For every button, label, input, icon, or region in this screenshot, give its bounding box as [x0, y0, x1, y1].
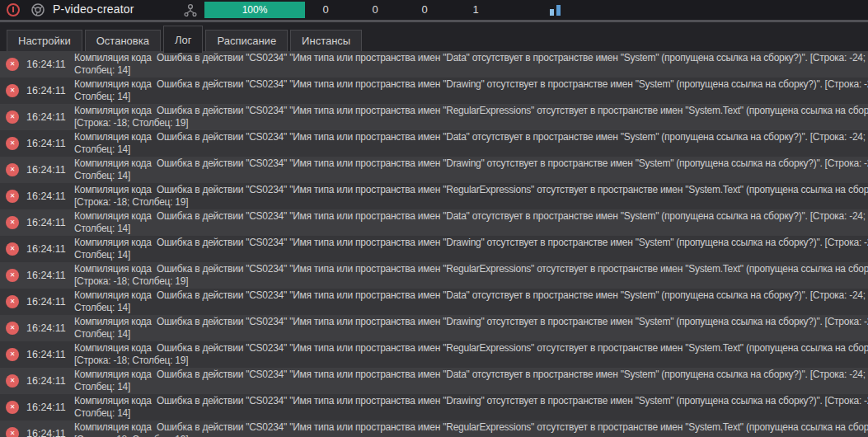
log-row[interactable]: ✕ 16:24:11 Компиляция кода Ошибка в дейс…: [0, 421, 868, 437]
log-timestamp: 16:24:11: [26, 270, 70, 281]
log-row[interactable]: ✕ 16:24:11 Компиляция кода Ошибка в дейс…: [0, 368, 868, 394]
log-message: Компиляция кода Ошибка в действии "CS023…: [74, 315, 868, 341]
log-message-line2: Столбец: 14]: [74, 249, 868, 261]
log-message: Компиляция кода Ошибка в действии "CS023…: [74, 209, 868, 235]
log-message: Компиляция кода Ошибка в действии "CS023…: [74, 51, 868, 77]
error-icon: ✕: [6, 216, 19, 229]
counter-3: 1: [467, 3, 484, 16]
log-timestamp: 16:24:11: [26, 111, 70, 123]
log-message-line1: Компиляция кода Ошибка в действии "CS023…: [74, 369, 868, 381]
log-row[interactable]: ✕ 16:24:11 Компиляция кода Ошибка в дейс…: [0, 51, 868, 78]
log-message-line2: [Строка: -18; Столбец: 19]: [74, 275, 868, 288]
log-timestamp: 16:24:11: [26, 322, 70, 334]
tab[interactable]: Настройки: [7, 30, 82, 51]
log-row[interactable]: ✕ 16:24:11 Компиляция кода Ошибка в дейс…: [0, 236, 868, 262]
log-message-line1: Компиляция кода Ошибка в действии "CS023…: [74, 289, 868, 302]
log-row[interactable]: ✕ 16:24:11 Компиляция кода Ошибка в дейс…: [0, 130, 868, 157]
tab-label: Расписание: [217, 35, 276, 47]
log-timestamp: 16:24:11: [26, 217, 70, 228]
log-message: Компиляция кода Ошибка в действии "CS023…: [74, 341, 868, 367]
log-message-line2: Столбец: 14]: [74, 302, 868, 314]
log-message-line2: Столбец: 14]: [74, 407, 868, 420]
log-message: Компиляция кода Ошибка в действии "CS023…: [74, 78, 868, 103]
tab[interactable]: Остановка: [85, 30, 161, 51]
log-list[interactable]: ✕ 16:24:11 Компиляция кода Ошибка в дейс…: [0, 51, 868, 437]
log-message-line1: Компиляция кода Ошибка в действии "CS023…: [74, 210, 868, 223]
log-message-line2: [Строка: -18; Столбец: 19]: [74, 196, 868, 209]
log-message-line1: Компиляция кода Ошибка в действии "CS023…: [74, 52, 868, 64]
log-timestamp: 16:24:11: [26, 428, 70, 437]
log-message-line2: Столбец: 14]: [74, 170, 868, 182]
log-timestamp: 16:24:11: [26, 375, 70, 387]
tab-label: Остановка: [96, 35, 149, 47]
error-icon: ✕: [6, 110, 19, 124]
log-timestamp: 16:24:11: [26, 296, 70, 308]
counter-2: 0: [416, 3, 433, 16]
log-row[interactable]: ✕ 16:24:11 Компиляция кода Ошибка в дейс…: [0, 394, 868, 421]
log-timestamp: 16:24:11: [26, 349, 70, 360]
tab-label: Инстансы: [302, 35, 350, 47]
log-message-line1: Компиляция кода Ошибка в действии "CS023…: [74, 263, 868, 275]
tab[interactable]: Лог: [163, 26, 204, 53]
log-message: Компиляция кода Ошибка в действии "CS023…: [74, 368, 868, 393]
log-message-line2: Столбец: 14]: [74, 64, 868, 77]
chromium-icon[interactable]: [31, 3, 45, 16]
error-icon: ✕: [6, 322, 19, 335]
log-message-line1: Компиляция кода Ошибка в действии "CS023…: [74, 395, 868, 407]
tab-bar: Настройки Остановка Лог Расписание Инста…: [0, 22, 868, 51]
error-status-icon[interactable]: [7, 3, 20, 16]
log-timestamp: 16:24:11: [26, 138, 70, 149]
error-icon: ✕: [6, 84, 19, 97]
log-timestamp: 16:24:11: [26, 402, 70, 413]
error-icon: ✕: [6, 190, 19, 203]
log-timestamp: 16:24:11: [26, 164, 70, 176]
log-message-line1: Компиляция кода Ошибка в действии "CS023…: [74, 105, 868, 117]
error-icon: ✕: [6, 295, 19, 308]
log-message: Компиляция кода Ошибка в действии "CS023…: [74, 421, 868, 437]
log-message-line2: Столбец: 14]: [74, 223, 868, 235]
log-message-line1: Компиляция кода Ошибка в действии "CS023…: [74, 342, 868, 355]
log-message-line2: [Строка: -18; Столбец: 19]: [74, 434, 868, 437]
progress-bar: 100%: [204, 2, 305, 18]
log-message-line1: Компиляция кода Ошибка в действии "CS023…: [74, 157, 868, 170]
proxy-network-icon[interactable]: [183, 3, 198, 17]
log-timestamp: 16:24:11: [26, 190, 70, 202]
log-message-line2: Столбец: 14]: [74, 143, 868, 156]
log-row[interactable]: ✕ 16:24:11 Компиляция кода Ошибка в дейс…: [0, 315, 868, 341]
log-message: Компиляция кода Ошибка в действии "CS023…: [74, 157, 868, 182]
log-row[interactable]: ✕ 16:24:11 Компиляция кода Ошибка в дейс…: [0, 157, 868, 183]
tab[interactable]: Инстансы: [290, 30, 362, 51]
log-message-line1: Компиляция кода Ошибка в действии "CS023…: [74, 237, 868, 249]
log-message-line1: Компиляция кода Ошибка в действии "CS023…: [74, 78, 868, 91]
counter-1: 0: [367, 3, 383, 16]
log-row[interactable]: ✕ 16:24:11 Компиляция кода Ошибка в дейс…: [0, 104, 868, 130]
bar-chart-icon[interactable]: [549, 4, 565, 16]
log-row[interactable]: ✕ 16:24:11 Компиляция кода Ошибка в дейс…: [0, 78, 868, 104]
error-icon: ✕: [6, 163, 19, 176]
log-message-line1: Компиляция кода Ошибка в действии "CS023…: [74, 184, 868, 196]
log-message: Компиляция кода Ошибка в действии "CS023…: [74, 289, 868, 314]
log-message-line2: Столбец: 14]: [74, 91, 868, 103]
log-timestamp: 16:24:11: [26, 59, 70, 70]
log-message-line2: Столбец: 14]: [74, 328, 868, 341]
log-message: Компиляция кода Ошибка в действии "CS023…: [74, 236, 868, 261]
log-message-line1: Компиляция кода Ошибка в действии "CS023…: [74, 421, 868, 434]
log-row[interactable]: ✕ 16:24:11 Компиляция кода Ошибка в дейс…: [0, 262, 868, 289]
log-row[interactable]: ✕ 16:24:11 Компиляция кода Ошибка в дейс…: [0, 183, 868, 209]
log-timestamp: 16:24:11: [26, 243, 70, 255]
app-title: P-video-creator: [53, 2, 134, 16]
log-message: Компиляция кода Ошибка в действии "CS023…: [74, 394, 868, 420]
log-message-line2: Столбец: 14]: [74, 381, 868, 393]
log-timestamp: 16:24:11: [26, 85, 70, 96]
window-titlebar: P-video-creator 100% 0 0 0 1: [0, 0, 868, 20]
tab[interactable]: Расписание: [205, 30, 288, 51]
log-message-line2: [Строка: -18; Столбец: 19]: [74, 355, 868, 367]
log-row[interactable]: ✕ 16:24:11 Компиляция кода Ошибка в дейс…: [0, 341, 868, 368]
error-icon: ✕: [6, 58, 19, 71]
tab-label: Настройки: [18, 35, 71, 47]
log-message: Компиляция кода Ошибка в действии "CS023…: [74, 262, 868, 288]
log-message-line1: Компиляция кода Ошибка в действии "CS023…: [74, 131, 868, 143]
log-row[interactable]: ✕ 16:24:11 Компиляция кода Ошибка в дейс…: [0, 209, 868, 236]
error-icon: ✕: [6, 401, 19, 414]
log-row[interactable]: ✕ 16:24:11 Компиляция кода Ошибка в дейс…: [0, 289, 868, 315]
